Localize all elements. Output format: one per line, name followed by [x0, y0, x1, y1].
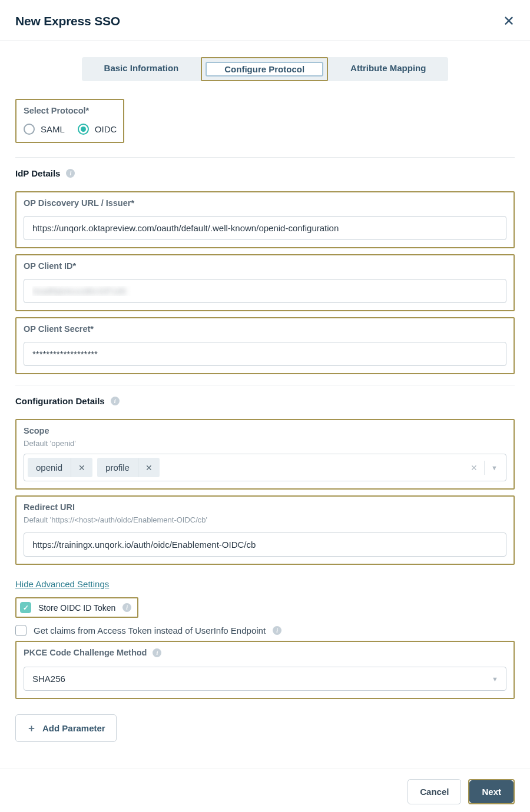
op-discovery-field: OP Discovery URL / Issuer* [15, 191, 515, 248]
remove-tag-icon[interactable]: ✕ [71, 458, 92, 477]
op-client-id-field: OP Client ID* [15, 254, 515, 311]
claims-from-access-token-row: Get claims from Access Token instead of … [15, 620, 515, 641]
clear-all-tags-icon[interactable]: ✕ [471, 463, 478, 472]
radio-oidc[interactable]: OIDC [78, 124, 117, 135]
modal-header: New Express SSO ✕ [0, 0, 530, 41]
config-details-text: Configuration Details [15, 396, 105, 406]
hide-advanced-settings-link[interactable]: Hide Advanced Settings [15, 579, 109, 589]
op-client-secret-field: OP Client Secret* [15, 317, 515, 374]
op-client-secret-input[interactable] [24, 342, 506, 366]
modal-title: New Express SSO [15, 14, 120, 28]
select-protocol-group: Select Protocol* SAML OIDC [15, 99, 124, 143]
pkce-select[interactable]: SHA256 [24, 667, 506, 691]
info-icon[interactable]: i [273, 626, 281, 635]
info-icon[interactable]: i [122, 603, 131, 612]
idp-details-heading: IdP Details i [15, 168, 515, 178]
chevron-down-icon[interactable]: ▼ [491, 464, 498, 471]
redirect-uri-label: Redirect URI [24, 502, 506, 512]
add-parameter-label: Add Parameter [42, 723, 105, 733]
scope-tag-profile-text: profile [97, 458, 138, 477]
tab-attribute-mapping[interactable]: Attribute Mapping [328, 57, 448, 81]
plus-icon: ＋ [26, 721, 37, 735]
pkce-label: PKCE Code Challenge Method [24, 648, 147, 657]
new-express-sso-modal: New Express SSO ✕ Basic Information Conf… [0, 0, 530, 812]
scope-tag-profile: profile ✕ [97, 458, 160, 477]
scope-field: Scope Default 'openid' openid ✕ profile … [15, 419, 515, 490]
radio-oidc-label: OIDC [95, 124, 117, 134]
add-parameter-button[interactable]: ＋ Add Parameter [15, 714, 117, 742]
claims-label: Get claims from Access Token instead of … [34, 625, 266, 635]
op-client-secret-label: OP Client Secret* [24, 324, 506, 334]
scope-tag-openid: openid ✕ [28, 458, 92, 477]
tab-basic-information[interactable]: Basic Information [82, 57, 201, 81]
scope-hint: Default 'openid' [24, 439, 506, 448]
info-icon[interactable]: i [111, 397, 120, 405]
radio-unchecked-icon [24, 124, 35, 135]
store-oidc-token-row: ✓ Store OIDC ID Token i [15, 597, 138, 618]
pkce-field: PKCE Code Challenge Method i SHA256 ▼ [15, 641, 515, 699]
cancel-button[interactable]: Cancel [408, 779, 461, 804]
scope-tag-input[interactable]: openid ✕ profile ✕ ✕ ▼ [24, 454, 506, 481]
config-details-heading: Configuration Details i [15, 396, 515, 406]
op-client-id-label: OP Client ID* [24, 261, 506, 271]
scope-tag-openid-text: openid [28, 458, 71, 477]
modal-footer: Cancel Next [0, 768, 530, 812]
radio-saml-label: SAML [41, 124, 65, 134]
op-discovery-input[interactable] [24, 216, 506, 240]
radio-checked-icon [78, 124, 89, 135]
claims-checkbox[interactable] [15, 625, 26, 636]
close-icon[interactable]: ✕ [503, 14, 515, 28]
radio-saml[interactable]: SAML [24, 124, 65, 135]
tab-bar: Basic Information Configure Protocol Att… [15, 41, 515, 99]
next-button[interactable]: Next [469, 780, 514, 803]
op-client-id-input[interactable] [24, 279, 506, 303]
store-oidc-token-label: Store OIDC ID Token [38, 603, 115, 613]
redirect-uri-hint: Default 'https://<host>/auth/oidc/Enable… [24, 515, 506, 524]
op-discovery-label: OP Discovery URL / Issuer* [24, 198, 506, 208]
info-icon[interactable]: i [153, 648, 161, 657]
chevron-down-icon[interactable]: ▼ [492, 675, 498, 683]
tab-configure-protocol[interactable]: Configure Protocol [206, 62, 323, 76]
idp-details-text: IdP Details [15, 168, 60, 178]
select-protocol-label: Select Protocol* [24, 106, 116, 115]
store-oidc-token-checkbox[interactable]: ✓ [20, 602, 31, 613]
scope-label: Scope [24, 426, 506, 435]
divider [484, 461, 485, 475]
info-icon[interactable]: i [66, 169, 75, 178]
redirect-uri-field: Redirect URI Default 'https://<host>/aut… [15, 495, 515, 565]
remove-tag-icon[interactable]: ✕ [138, 458, 160, 477]
redirect-uri-input[interactable] [24, 533, 506, 557]
